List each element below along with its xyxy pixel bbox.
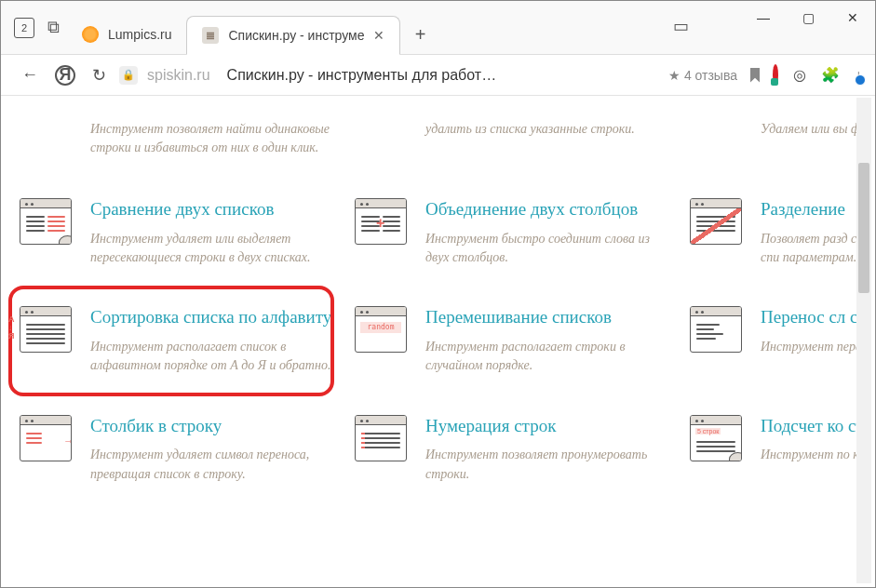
card-desc: Инструмент располагает строки в случайно… xyxy=(425,338,669,376)
tool-card-wrap-column[interactable]: Перенос сл столбик Инструмент переносить… xyxy=(684,293,871,392)
extension-target-icon[interactable]: ◎ xyxy=(793,66,806,84)
card-title[interactable]: Перенос сл столбик xyxy=(761,306,871,328)
lock-icon: 🔒 xyxy=(119,66,138,85)
card-icon: 5 строк xyxy=(690,415,744,463)
card-desc: Инструмент позволяет пронумеровать строк… xyxy=(425,446,669,484)
card-icon: А↓Я xyxy=(20,306,74,354)
reader-icon[interactable]: ▭ xyxy=(673,16,689,36)
star-icon: ★ xyxy=(668,68,681,83)
library-icon[interactable]: ⧉ xyxy=(47,18,60,37)
tab-label: Lumpics.ru xyxy=(108,27,171,42)
card-title[interactable]: Подсчет ко строк xyxy=(761,415,871,437)
reload-button[interactable]: ↻ xyxy=(92,65,106,86)
close-window-button[interactable]: ✕ xyxy=(830,1,875,34)
minimize-button[interactable]: — xyxy=(741,1,786,34)
address-bar: ← Я ↻ 🔒 spiskin.ru Спискин.ру - инструме… xyxy=(1,55,875,96)
random-label: random xyxy=(360,322,401,333)
card-desc: Инструмент располагает список в алфавитн… xyxy=(90,338,334,376)
card-desc: Инструмент переносить спи строку в стр xyxy=(761,338,871,356)
tool-card-duplicates: Инструмент позволяет найти одинаковые ст… xyxy=(14,98,340,176)
browser-titlebar: 2 ⧉ Lumpics.ru ≣ Спискин.ру - инструме ✕… xyxy=(1,1,875,55)
yandex-button[interactable]: Я xyxy=(55,65,75,86)
downloads-icon[interactable]: ↓ xyxy=(855,67,862,84)
extensions-icon[interactable]: 🧩 xyxy=(821,66,840,84)
url-area[interactable]: 🔒 spiskin.ru Спискин.ру - инструменты дл… xyxy=(119,66,655,85)
back-button[interactable]: ← xyxy=(21,65,38,85)
card-icon xyxy=(20,415,74,463)
tab-strip: Lumpics.ru ≣ Спискин.ру - инструме ✕ + xyxy=(67,1,434,54)
tool-card-compare-lists[interactable]: Сравнение двух списков Инструмент удаляе… xyxy=(14,185,340,284)
card-desc: Позволяет разд списке на два и отдельных… xyxy=(761,230,871,268)
card-desc: Инструмент удаляет или выделяет пересека… xyxy=(90,230,334,268)
card-desc: Удаляем или вы фразы, где встр слова. xyxy=(761,120,871,139)
card-title[interactable]: Столбик в строку xyxy=(90,415,334,437)
tool-card-count-lines[interactable]: 5 строк Подсчет ко строк Инструмент по к… xyxy=(684,402,871,501)
rating-text: 4 отзыва xyxy=(684,68,737,83)
url-domain: spiskin.ru xyxy=(147,67,210,84)
extension-opera-icon[interactable] xyxy=(773,67,778,84)
card-title[interactable]: Перемешивание списков xyxy=(425,306,669,328)
bookmark-icon[interactable] xyxy=(750,68,760,83)
tab-label: Спискин.ру - инструме xyxy=(228,28,364,43)
window-controls: — ▢ ✕ xyxy=(741,1,875,34)
card-icon: random xyxy=(355,306,409,354)
card-icon xyxy=(690,306,744,354)
site-rating[interactable]: ★ 4 отзыва xyxy=(668,68,737,83)
tab-spiskin[interactable]: ≣ Спискин.ру - инструме ✕ xyxy=(186,16,400,55)
page-content: Инструмент позволяет найти одинаковые ст… xyxy=(5,98,871,583)
card-desc: Инструмент позволяет найти одинаковые ст… xyxy=(90,120,334,158)
tool-card-merge-columns[interactable]: Объединение двух столбцов Инструмент быс… xyxy=(349,185,675,284)
favicon-lumpics xyxy=(82,26,99,43)
tool-card-shuffle[interactable]: random Перемешивание списков Инструмент … xyxy=(349,293,675,392)
tool-card-remove-lines: удалить из списка указанные строки. xyxy=(349,98,675,176)
card-icon xyxy=(690,198,744,247)
card-icon xyxy=(20,198,74,247)
tool-card-number-lines[interactable]: Нумерация строк Инструмент позволяет про… xyxy=(349,402,675,501)
tab-lumpics[interactable]: Lumpics.ru xyxy=(67,15,186,54)
card-desc: Инструмент по количество стр списке. xyxy=(761,446,871,464)
home-button[interactable]: 2 xyxy=(14,18,34,38)
card-icon xyxy=(355,415,409,463)
new-tab-button[interactable]: + xyxy=(406,20,434,48)
favicon-spiskin: ≣ xyxy=(202,27,219,44)
card-desc: Инструмент удаляет символ переноса, прев… xyxy=(90,446,334,484)
maximize-button[interactable]: ▢ xyxy=(786,1,830,34)
card-title[interactable]: Объединение двух столбцов xyxy=(425,198,669,220)
scrollbar-thumb[interactable] xyxy=(858,163,869,293)
card-title[interactable]: Разделение xyxy=(761,198,871,220)
card-desc: удалить из списка указанные строки. xyxy=(425,120,669,139)
tab-close-icon[interactable]: ✕ xyxy=(373,28,384,43)
page-title: Спискин.ру - инструменты для работ… xyxy=(227,67,497,84)
card-title[interactable]: Нумерация строк xyxy=(425,415,669,437)
card-title[interactable]: Сравнение двух списков xyxy=(90,198,334,220)
tool-card-sort-alphabet[interactable]: А↓Я Сортировка списка по алфавиту Инстру… xyxy=(14,293,340,392)
card-desc: Инструмент быстро соединит слова из двух… xyxy=(425,230,669,268)
tool-card-remove-phrases: Удаляем или вы фразы, где встр слова. xyxy=(684,98,871,176)
card-title[interactable]: Сортировка списка по алфавиту xyxy=(90,306,334,328)
card-icon xyxy=(355,198,409,247)
tool-card-column-to-row[interactable]: Столбик в строку Инструмент удаляет симв… xyxy=(14,402,340,501)
home-badge: 2 xyxy=(21,22,27,33)
tool-card-split-list[interactable]: Разделение Позволяет разд списке на два … xyxy=(684,185,871,284)
scrollbar-track[interactable] xyxy=(856,98,871,583)
